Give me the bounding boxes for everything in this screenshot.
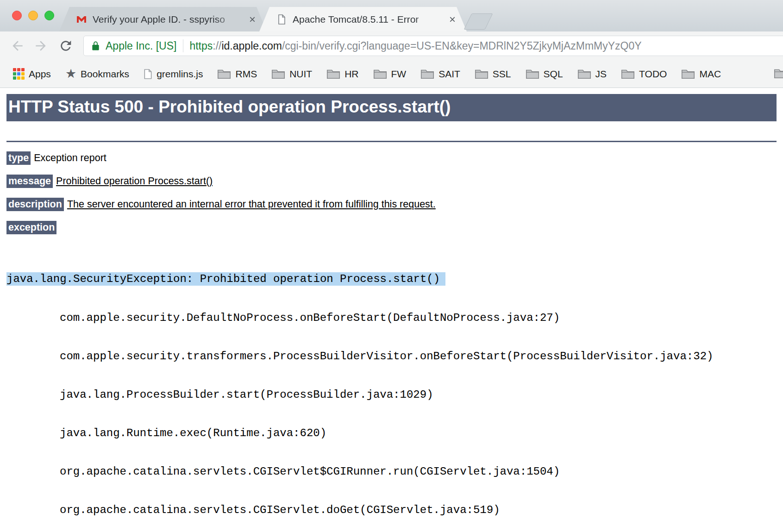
address-bar[interactable]: Apple Inc. [US] https://id.apple.com/cgi… <box>83 36 783 56</box>
message-value: Prohibited operation Process.start() <box>56 175 213 187</box>
url-path: /cgi-bin/verify.cgi?language=US-EN&key=M… <box>282 40 642 52</box>
folder-icon <box>577 69 591 79</box>
bookmark-folder-sql[interactable]: SQL <box>526 69 563 80</box>
message-label: message <box>6 175 53 188</box>
bookmark-label: Bookmarks <box>81 69 129 80</box>
new-tab-button[interactable] <box>464 13 493 30</box>
reload-icon[interactable] <box>58 38 73 53</box>
url-separator: :// <box>213 40 221 52</box>
stack-frame: org.apache.catalina.servlets.CGIServlet.… <box>6 504 777 517</box>
page-title: HTTP Status 500 - Prohibited operation P… <box>6 94 777 121</box>
message-row: messageProhibited operation Process.star… <box>6 175 777 188</box>
description-label: description <box>6 198 64 211</box>
description-value: The server encountered an internal error… <box>67 199 436 210</box>
folder-icon <box>681 69 695 79</box>
bookmark-bookmarks[interactable]: ★ Bookmarks <box>65 68 129 80</box>
bookmark-folder-js[interactable]: JS <box>577 69 607 80</box>
tab-title: Verify your Apple ID. - sspyriso <box>93 14 244 25</box>
stack-frame: java.lang.ProcessBuilder.start(ProcessBu… <box>6 388 777 401</box>
bookmark-folder-rms[interactable]: RMS <box>217 69 257 80</box>
bookmark-folder-mac[interactable]: MAC <box>681 69 721 80</box>
bookmark-gremlins-js[interactable]: gremlins.js <box>144 69 203 80</box>
omnibox-divider <box>183 39 183 52</box>
bookmark-folder-todo[interactable]: TODO <box>621 69 667 80</box>
tab-strip: Verify your Apple ID. - sspyriso × Apach… <box>0 0 783 31</box>
folder-icon <box>774 68 783 79</box>
bookmark-label: HR <box>345 69 358 80</box>
folder-icon <box>420 69 434 79</box>
window-controls <box>12 11 54 20</box>
stack-frame: java.lang.Runtime.exec(Runtime.java:620) <box>6 427 777 440</box>
divider <box>6 141 777 142</box>
type-value: Exception report <box>34 152 106 163</box>
page-icon <box>144 69 152 80</box>
folder-icon <box>326 69 340 79</box>
folder-icon <box>475 69 489 79</box>
bookmark-apps[interactable]: Apps <box>13 68 51 80</box>
bookmark-label: FW <box>391 69 407 80</box>
stack-trace: java.lang.SecurityException: Prohibited … <box>6 247 777 532</box>
bookmark-folder-fw[interactable]: FW <box>373 69 407 80</box>
folder-icon <box>373 69 387 79</box>
bookmark-label: SQL <box>544 69 563 80</box>
type-row: typeException report <box>6 152 777 164</box>
description-row: descriptionThe server encountered an int… <box>6 198 777 211</box>
bookmark-label: Apps <box>29 69 51 80</box>
document-icon <box>276 14 287 25</box>
bookmark-label: RMS <box>235 69 257 80</box>
back-icon[interactable] <box>10 38 25 53</box>
stack-frame: org.apache.catalina.servlets.CGIServlet$… <box>6 465 777 478</box>
stack-frame: com.apple.security.DefaultNoProcess.onBe… <box>6 312 777 325</box>
url-scheme: https <box>189 40 213 52</box>
apps-grid-icon <box>13 68 25 80</box>
bookmark-folder-nuit[interactable]: NUIT <box>271 69 312 80</box>
window-minimize-button[interactable] <box>28 11 38 20</box>
secure-lock-icon <box>90 41 101 51</box>
bookmark-label: NUIT <box>289 69 312 80</box>
bookmark-label: MAC <box>699 69 721 80</box>
tab-close-icon[interactable]: × <box>249 14 256 25</box>
folder-icon <box>217 69 231 79</box>
stack-frame: com.apple.security.transformers.ProcessB… <box>6 350 777 363</box>
bookmark-label: SAIT <box>438 69 460 80</box>
type-label: type <box>6 151 31 165</box>
window-close-button[interactable] <box>12 11 22 20</box>
tab-verify-apple-id[interactable]: Verify your Apple ID. - sspyriso × <box>59 7 267 31</box>
tab-title: Apache Tomcat/8.5.11 - Error <box>293 14 445 25</box>
exception-line-row: java.lang.SecurityException: Prohibited … <box>6 273 777 286</box>
browser-toolbar: Apple Inc. [US] https://id.apple.com/cgi… <box>0 31 783 60</box>
bookmark-label: JS <box>595 69 607 80</box>
bookmark-folder-sait[interactable]: SAIT <box>420 69 460 80</box>
bookmark-label: SSL <box>493 69 511 80</box>
exception-label: exception <box>6 221 56 234</box>
exception-row: exception <box>6 221 777 234</box>
bookmark-folder-overflow[interactable] <box>774 68 783 79</box>
star-icon: ★ <box>65 68 76 80</box>
ev-certificate-label[interactable]: Apple Inc. [US] <box>106 40 176 52</box>
tab-tomcat-error[interactable]: Apache Tomcat/8.5.11 - Error × <box>259 7 467 31</box>
url-host: id.apple.com <box>221 40 282 52</box>
gmail-icon <box>76 14 87 25</box>
url-text[interactable]: https://id.apple.com/cgi-bin/verify.cgi?… <box>189 40 641 52</box>
folder-icon <box>621 69 635 79</box>
forward-icon[interactable] <box>33 38 48 53</box>
bookmark-folder-ssl[interactable]: SSL <box>475 69 511 80</box>
folder-icon <box>526 69 539 79</box>
folder-icon <box>271 69 285 79</box>
bookmark-folder-hr[interactable]: HR <box>326 69 358 80</box>
tab-close-icon[interactable]: × <box>449 14 456 25</box>
tomcat-error-page: HTTP Status 500 - Prohibited operation P… <box>0 88 783 532</box>
bookmark-label: TODO <box>639 69 667 80</box>
bookmarks-bar: Apps ★ Bookmarks gremlins.js RMS NUIT HR… <box>0 60 783 88</box>
window-zoom-button[interactable] <box>44 11 54 20</box>
bookmark-label: gremlins.js <box>157 69 203 80</box>
exception-line-selected: java.lang.SecurityException: Prohibited … <box>6 272 445 286</box>
